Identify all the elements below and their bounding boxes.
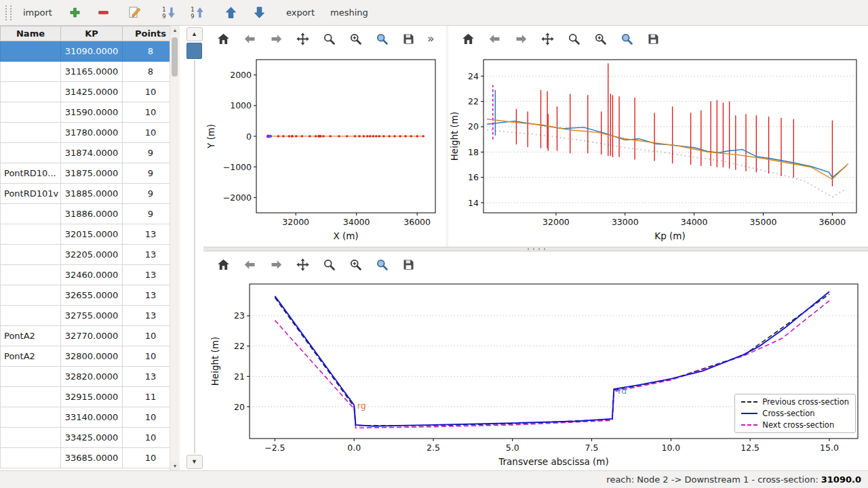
cell-kp[interactable]: 31780.0000 [61, 123, 123, 143]
toolbar-drag-handle[interactable] [5, 5, 12, 20]
cell-name[interactable] [1, 387, 61, 407]
cell-kp[interactable]: 32015.0000 [61, 224, 123, 245]
cell-kp[interactable]: 32915.0000 [61, 387, 123, 407]
cell-points[interactable]: 10 [123, 82, 170, 102]
table-row[interactable]: 31886.00009 [1, 204, 170, 224]
cell-kp[interactable]: 31874.0000 [61, 143, 123, 163]
customize-button[interactable] [372, 255, 392, 274]
subplots-button[interactable] [345, 255, 366, 274]
column-header-points[interactable]: Points [123, 26, 170, 41]
save-button[interactable] [398, 255, 418, 274]
table-row[interactable]: 32915.000011 [1, 387, 170, 407]
cell-name[interactable] [1, 62, 61, 82]
customize-button[interactable] [616, 29, 637, 48]
section-scrollbar-track[interactable] [194, 60, 195, 453]
column-header-name[interactable]: Name [1, 26, 61, 41]
column-header-kp[interactable]: KP [61, 26, 123, 41]
table-row[interactable]: 33140.000010 [1, 407, 170, 428]
cell-name[interactable] [1, 82, 61, 102]
table-row[interactable]: 31090.00008 [1, 41, 170, 62]
cell-name[interactable] [1, 102, 61, 123]
cell-name[interactable] [1, 245, 61, 265]
table-row[interactable]: 32820.000013 [1, 367, 170, 387]
cell-points[interactable]: 10 [123, 346, 170, 367]
cell-name[interactable] [1, 428, 61, 448]
cell-points[interactable]: 13 [123, 245, 170, 265]
cell-kp[interactable]: 32800.0000 [61, 346, 123, 367]
cell-kp[interactable]: 32205.0000 [61, 245, 123, 265]
table-row[interactable]: 31165.00008 [1, 62, 170, 82]
cell-name[interactable]: PontRD101v [1, 184, 61, 204]
save-button[interactable] [398, 29, 418, 48]
table-row[interactable]: 31780.000010 [1, 123, 170, 143]
cell-name[interactable] [1, 448, 61, 468]
cell-kp[interactable]: 32460.0000 [61, 265, 123, 285]
cell-name[interactable] [1, 306, 61, 326]
forward-button[interactable] [266, 255, 286, 274]
cross-section-plot[interactable]: rgrd−2.50.02.55.07.510.012.515.020212223… [203, 277, 865, 472]
cell-kp[interactable]: 31885.0000 [61, 184, 123, 204]
scroll-down-button[interactable]: ▼ [170, 462, 180, 470]
cell-points[interactable]: 9 [123, 204, 170, 224]
cell-points[interactable]: 13 [123, 224, 170, 245]
table-row[interactable]: PontA232770.000010 [1, 326, 170, 346]
pan-button[interactable] [537, 29, 557, 48]
cell-kp[interactable]: 33685.0000 [61, 448, 123, 468]
cell-name[interactable] [1, 407, 61, 428]
cell-name[interactable] [1, 265, 61, 285]
table-row[interactable]: PontRD10...31875.00009 [1, 163, 170, 184]
cell-points[interactable]: 9 [123, 184, 170, 204]
cell-points[interactable]: 10 [123, 326, 170, 346]
save-button[interactable] [643, 29, 663, 48]
zoom-button[interactable] [564, 29, 584, 48]
cell-points[interactable]: 13 [123, 367, 170, 387]
cell-points[interactable]: 13 [123, 265, 170, 285]
export-button[interactable]: export [281, 3, 320, 23]
cell-kp[interactable]: 31590.0000 [61, 102, 123, 123]
longitudinal-profile-plot[interactable]: 3200033000340003500036000141618202224Kp … [448, 52, 866, 247]
home-button[interactable] [458, 29, 478, 48]
cell-name[interactable] [1, 143, 61, 163]
table-row[interactable]: PontA232800.000010 [1, 346, 170, 367]
horizontal-splitter[interactable] [203, 247, 868, 251]
table-row[interactable]: 32755.000013 [1, 306, 170, 326]
table-row[interactable]: 32460.000013 [1, 265, 170, 285]
home-button[interactable] [213, 29, 233, 48]
zoom-button[interactable] [319, 29, 339, 48]
subplots-button[interactable] [590, 29, 610, 48]
section-down-button[interactable]: ▼ [186, 455, 203, 469]
edit-cross-section-button[interactable] [122, 3, 147, 23]
cell-points[interactable]: 8 [123, 62, 170, 82]
meshing-button[interactable]: meshing [325, 3, 374, 23]
cell-points[interactable]: 8 [123, 41, 170, 62]
back-button[interactable] [239, 29, 260, 48]
sort-ascending-button[interactable] [184, 3, 210, 23]
table-row[interactable]: 31425.000010 [1, 82, 170, 102]
cell-name[interactable]: PontRD10... [1, 163, 61, 184]
cell-kp[interactable]: 32755.0000 [61, 306, 123, 326]
cell-points[interactable]: 9 [123, 143, 170, 163]
cell-kp[interactable]: 33140.0000 [61, 407, 123, 428]
home-button[interactable] [213, 255, 233, 274]
forward-button[interactable] [266, 29, 286, 48]
forward-button[interactable] [511, 29, 531, 48]
cell-name[interactable] [1, 367, 61, 387]
table-row[interactable]: 31874.00009 [1, 143, 170, 163]
zoom-button[interactable] [319, 255, 339, 274]
section-scrollbar-thumb[interactable] [186, 43, 202, 59]
table-scrollbar[interactable]: ▲ ▼ [170, 26, 180, 470]
cell-kp[interactable]: 31886.0000 [61, 204, 123, 224]
cell-name[interactable]: PontA2 [1, 346, 61, 367]
cell-points[interactable]: 10 [123, 448, 170, 468]
subplots-button[interactable] [345, 29, 366, 48]
cell-kp[interactable]: 33425.0000 [61, 428, 123, 448]
cell-name[interactable] [1, 204, 61, 224]
customize-button[interactable] [372, 29, 392, 48]
cell-kp[interactable]: 31165.0000 [61, 62, 123, 82]
move-down-button[interactable] [247, 3, 272, 23]
plan-view-plot[interactable]: 320003400036000−2000−1000010002000X (m)Y… [203, 52, 442, 247]
sort-descending-button[interactable] [156, 3, 181, 23]
cell-points[interactable]: 13 [123, 306, 170, 326]
table-row[interactable]: 32655.000013 [1, 285, 170, 306]
back-button[interactable] [239, 255, 260, 274]
